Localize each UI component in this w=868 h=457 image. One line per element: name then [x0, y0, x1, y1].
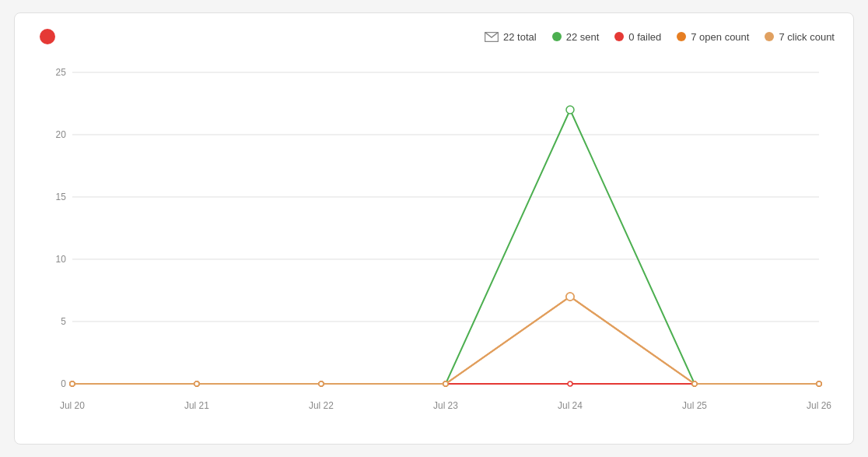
legend-item-sent: 22 sent [552, 31, 600, 43]
legend-label-failed: 0 failed [628, 31, 661, 43]
svg-text:25: 25 [56, 67, 67, 78]
svg-text:15: 15 [56, 192, 67, 202]
svg-point-45 [566, 293, 574, 301]
chart-svg: 0510152025Jul 20Jul 21Jul 22Jul 23Jul 24… [33, 57, 835, 415]
svg-text:Jul 25: Jul 25 [682, 400, 707, 411]
legend-label-sent: 22 sent [566, 31, 600, 43]
legend-item-failed: 0 failed [614, 31, 661, 43]
legend-label-total: 22 total [503, 31, 537, 43]
chart-area: 0510152025Jul 20Jul 21Jul 22Jul 23Jul 24… [33, 57, 835, 415]
svg-text:5: 5 [61, 316, 66, 327]
svg-point-42 [194, 381, 199, 386]
close-icon[interactable] [40, 29, 55, 44]
svg-point-31 [568, 381, 572, 386]
legend-label-click_count: 7 click count [779, 31, 835, 43]
chart-header: 22 total22 sent0 failed7 open count7 cli… [33, 29, 835, 44]
svg-text:Jul 21: Jul 21 [184, 400, 209, 411]
chart-legend: 22 total22 sent0 failed7 open count7 cli… [485, 31, 835, 43]
svg-text:Jul 26: Jul 26 [807, 400, 831, 411]
svg-text:Jul 23: Jul 23 [433, 400, 458, 411]
legend-item-click_count: 7 click count [765, 31, 835, 43]
svg-text:Jul 22: Jul 22 [309, 400, 334, 411]
svg-text:10: 10 [56, 254, 67, 265]
svg-point-46 [692, 381, 697, 386]
svg-point-41 [70, 381, 75, 386]
legend-item-open_count: 7 open count [677, 31, 749, 43]
svg-point-43 [319, 381, 324, 386]
legend-label-open_count: 7 open count [691, 31, 749, 43]
svg-point-47 [817, 381, 821, 386]
chart-card: 22 total22 sent0 failed7 open count7 cli… [14, 12, 854, 445]
legend-item-total: 22 total [485, 31, 537, 43]
svg-point-24 [566, 106, 574, 114]
title-group [33, 29, 55, 44]
svg-text:Jul 20: Jul 20 [60, 400, 85, 411]
svg-text:Jul 24: Jul 24 [558, 400, 583, 411]
svg-text:20: 20 [56, 129, 67, 140]
svg-point-44 [443, 381, 448, 386]
svg-text:0: 0 [61, 378, 66, 389]
